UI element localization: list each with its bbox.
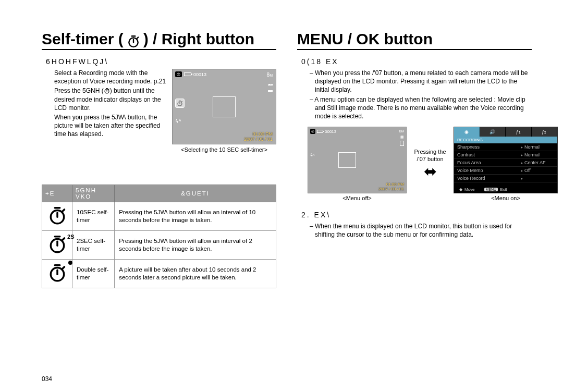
- ok-subhead: 2. EX\: [301, 211, 532, 219]
- footer-exit: MENUExit: [484, 187, 507, 192]
- quality-icon: ▦: [399, 134, 404, 139]
- press-arrow-block: Pressing the /'07 button ⬌: [412, 149, 448, 179]
- press-label: Pressing the /'07 button: [412, 149, 448, 162]
- resolution-badge: 8M: [399, 129, 404, 134]
- timer-mode-indicator: [175, 99, 185, 108]
- title-text-b: ) / Right button: [143, 30, 254, 48]
- self-timer-table: +E 5GNH VKO &GUETI 10SEC self-timer Pres…: [42, 185, 276, 288]
- menu-subhead: 0(18 EX: [301, 57, 532, 66]
- mode-chip: ◎: [310, 129, 315, 134]
- flash-icon: ϟᴬ: [310, 153, 314, 158]
- lcd-datetime: 01:00 PM 2007 / 03 / 01: [244, 132, 273, 142]
- resolution-badge: 8M: [267, 71, 273, 79]
- lcd-preview: ◎ 00013 8M ϟᴬ 01:00 PM 2: [172, 69, 276, 144]
- row2-mode: 2SEC self-timer: [72, 230, 115, 259]
- menu-rows: SharpnessNormal ContrastNormal Focus Are…: [454, 143, 557, 182]
- lcd-menu-on: ◉ 🔊 ƒ₁ ƒ₂ RECORDING SharpnessNormal Cont…: [454, 127, 558, 193]
- shot-count: 00013: [325, 129, 336, 134]
- battery-icon: [184, 72, 191, 76]
- flash-icon: ϟᴬ: [175, 118, 185, 124]
- lcd-preview-block: ◎ 00013 8M ϟᴬ 01:00 PM 2: [172, 69, 276, 153]
- ok-bullet: – When the menu is displayed on the LCD …: [310, 222, 532, 239]
- left-title: Self-timer ( ) / Right button: [42, 30, 276, 50]
- menu-tab-camera: ◉: [454, 127, 480, 137]
- lcd-menu-off: ◎ 00013 8M ▦ ϟᴬ 01:00 PM: [308, 127, 407, 193]
- menu-bullet-2: – A menu option can be displayed when th…: [310, 95, 532, 121]
- row1-desc: Pressing the 5JW\ button will allow an i…: [115, 202, 276, 231]
- right-title: MENU / OK button: [297, 30, 532, 50]
- shot-count: 00013: [193, 72, 206, 77]
- row2-icon: 2S: [42, 230, 72, 259]
- menu-section-title: RECORDING: [454, 137, 557, 143]
- menu-off-caption: <Menu off>: [308, 195, 407, 201]
- title-text-a: Self-timer (: [42, 30, 124, 48]
- menu-compare-row: ◎ 00013 8M ▦ ϟᴬ 01:00 PM: [308, 127, 532, 201]
- card-icon: [400, 141, 404, 146]
- row1-icon: [42, 202, 72, 231]
- double-arrow-icon: ⬌: [412, 164, 448, 179]
- th-icon: +E: [42, 185, 72, 202]
- lcd-menu-off-block: ◎ 00013 8M ▦ ϟᴬ 01:00 PM: [308, 127, 407, 201]
- row2-desc: Pressing the 5JW\ button will allow an i…: [115, 230, 276, 259]
- menu-tab-f2: ƒ₂: [532, 127, 558, 137]
- lcd-menu-on-block: ◉ 🔊 ƒ₁ ƒ₂ RECORDING SharpnessNormal Cont…: [454, 127, 558, 201]
- menu-tab-sound: 🔊: [480, 127, 506, 137]
- row3-mode: Double self-timer: [72, 259, 115, 288]
- menu-bullet-1: – When you press the /'07 button, a menu…: [310, 69, 532, 94]
- selecting-subhead: 6HOHFWLQJ\: [46, 57, 276, 66]
- menu-tab-f1: ƒ₁: [506, 127, 532, 137]
- quality-icon: [268, 81, 273, 93]
- footer-move: ◆Move: [459, 187, 475, 192]
- lcd-datetime: 01:00 PM 2007 / 03 / 01: [378, 182, 404, 191]
- page-number: 034: [42, 375, 52, 383]
- th-desc: &GUETI: [115, 185, 276, 202]
- menu-on-caption: <Menu on>: [454, 195, 558, 201]
- lcd-caption: <Selecting the 10 SEC self-timer>: [172, 146, 276, 153]
- battery-icon: [317, 130, 323, 133]
- row3-icon: [42, 259, 72, 288]
- focus-frame: [213, 96, 236, 117]
- th-mode: 5GNH VKO: [72, 185, 115, 202]
- self-timer-icon: [127, 34, 140, 48]
- focus-frame: [338, 152, 356, 168]
- row1-mode: 10SEC self-timer: [72, 202, 115, 231]
- row3-desc: A picture will be taken after about 10 s…: [115, 259, 276, 288]
- mode-chip: ◎: [175, 71, 182, 77]
